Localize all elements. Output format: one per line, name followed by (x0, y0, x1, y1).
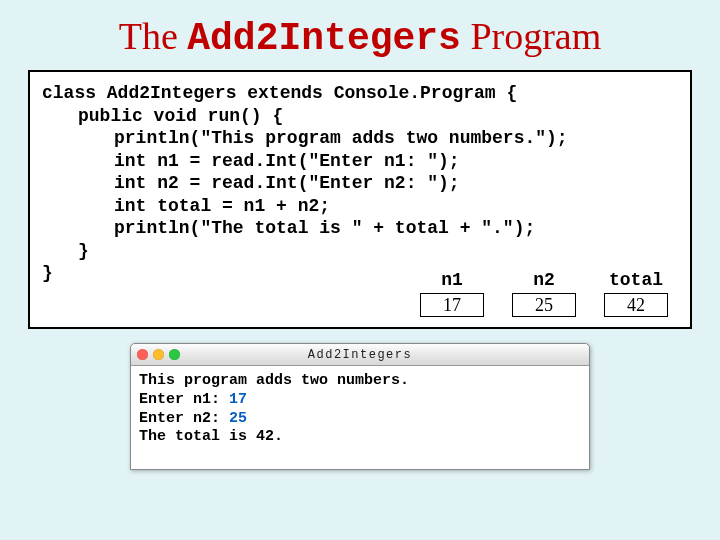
code-line-3: println("This program adds two numbers."… (42, 127, 678, 150)
console-line-result: The total is 42. (139, 428, 581, 447)
code-line-6: int total = n1 + n2; (42, 195, 678, 218)
console-body: This program adds two numbers. Enter n1:… (131, 366, 589, 469)
var-n1-value: 17 (420, 293, 484, 317)
variable-row: n1 17 n2 25 total 42 (42, 267, 678, 320)
code-line-2: public void run() { (42, 105, 678, 128)
console-title: Add2Integers (131, 348, 589, 362)
var-n1-label: n1 (441, 269, 463, 292)
var-total: total 42 (604, 269, 668, 318)
console-p2-value: 25 (229, 410, 247, 427)
var-n2: n2 25 (512, 269, 576, 318)
var-total-value: 42 (604, 293, 668, 317)
console-p1-value: 17 (229, 391, 247, 408)
console-p2-label: Enter n2: (139, 410, 229, 427)
console-line-p1: Enter n1: 17 (139, 391, 581, 410)
var-n2-label: n2 (533, 269, 555, 292)
console-line-p2: Enter n2: 25 (139, 410, 581, 429)
code-panel: class Add2Integers extends Console.Progr… (28, 70, 692, 329)
console-p1-label: Enter n1: (139, 391, 229, 408)
console-titlebar: Add2Integers (131, 344, 589, 366)
code-line-7: println("The total is " + total + "."); (42, 217, 678, 240)
code-line-4: int n1 = read.Int("Enter n1: "); (42, 150, 678, 173)
var-n2-value: 25 (512, 293, 576, 317)
console-line-banner: This program adds two numbers. (139, 372, 581, 391)
title-code: Add2Integers (187, 17, 461, 60)
title-pre: The (119, 15, 188, 57)
var-n1: n1 17 (420, 269, 484, 318)
slide-title: The Add2Integers Program (0, 0, 720, 70)
code-line-8: } (42, 240, 678, 263)
code-line-5: int n2 = read.Int("Enter n2: "); (42, 172, 678, 195)
title-post: Program (461, 15, 601, 57)
console-window: Add2Integers This program adds two numbe… (130, 343, 590, 470)
code-line-1: class Add2Integers extends Console.Progr… (42, 82, 678, 105)
var-total-label: total (609, 269, 663, 292)
